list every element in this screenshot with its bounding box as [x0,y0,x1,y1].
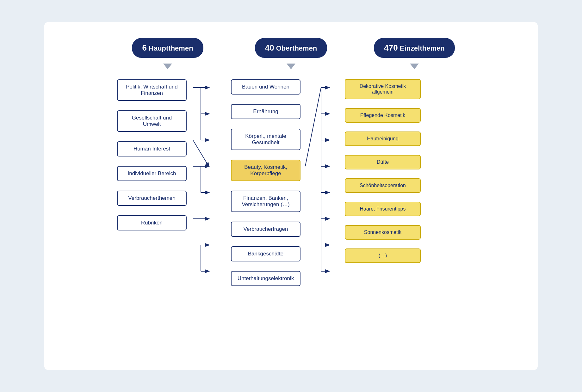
box-individueller: Individueller Bereich [117,166,187,181]
box-human-interest: Human Interest [117,141,187,156]
diagram-container: 6 Hauptthemen 40 Oberthemen 470 Einzelth… [44,22,538,370]
arrow-einzelthemen [410,64,419,69]
col1-boxes: Politik, Wirtschaft und Finanzen Gesells… [117,77,193,288]
box-hautreinigung: Hautreinigung [345,132,421,146]
col3-boxes: Dekorative Kosmetik allgemein Pflegende … [345,77,421,288]
arrow-hauptthemen [163,64,172,69]
header-hauptthemen: 6 Hauptthemen [132,38,203,58]
box-duefte: Düfte [345,155,421,169]
col2-boxes: Bauen und Wohnen Ernährung Körperl., men… [231,77,305,288]
arrow-oberthemen [287,64,295,69]
box-pflegende: Pflegende Kosmetik [345,108,421,123]
box-politik: Politik, Wirtschaft und Finanzen [117,79,187,101]
box-bauen: Bauen und Wohnen [231,79,300,95]
box-ellipsis: (…) [345,248,421,263]
box-verbraucher: Verbraucherthemen [117,191,187,206]
box-unterhaltung: Unterhaltungselektronik [231,271,300,286]
box-bankgeschaefte: Bankgeschäfte [231,246,300,261]
header-einzelthemen: 470 Einzelthemen [374,38,455,58]
box-haare: Haare, Frisurentipps [345,202,421,216]
box-rubriken: Rubriken [117,215,187,230]
box-gesellschaft: Gesellschaft und Umwelt [117,110,187,132]
header-oberthemen: 40 Oberthemen [255,38,327,58]
box-finanzen: Finanzen, Banken, Versicherungen (…) [231,191,300,212]
box-beauty: Beauty, Kosmetik, Körperpflege [231,160,300,181]
box-ernaehrung: Ernährung [231,104,300,119]
box-koerper: Körperl., mentale Gesundheit [231,129,300,150]
box-schoenheit: Schönheitsoperation [345,178,421,193]
box-dekorative: Dekorative Kosmetik allgemein [345,79,421,99]
box-verbraucherfragen: Verbraucherfragen [231,222,300,237]
box-sonnenkosmetik: Sonnenkosmetik [345,225,421,240]
